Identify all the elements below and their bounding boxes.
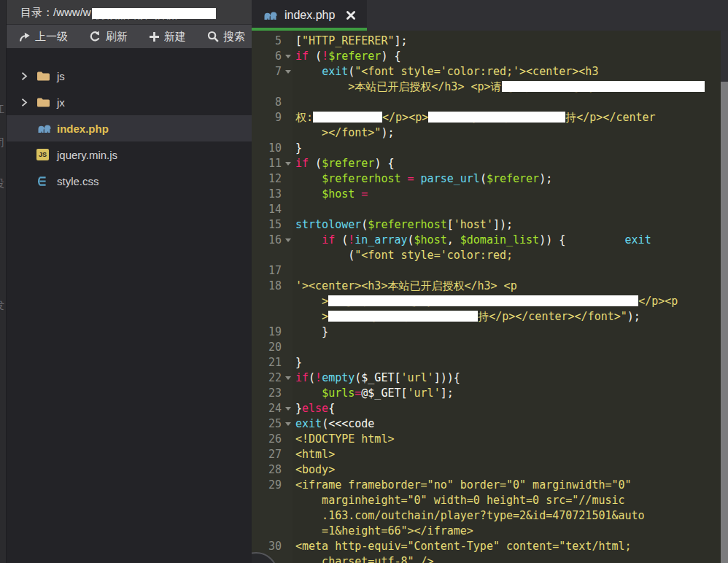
fold-triangle: [285, 162, 291, 166]
line-number: 30: [268, 539, 282, 554]
tree-item-jquery.min.js[interactable]: JSjquery.min.js: [6, 141, 252, 168]
code-row[interactable]: 25exit(<<<code: [252, 416, 728, 432]
code-segment: 持</p></center: [565, 111, 655, 124]
code-segment: 'url': [408, 387, 441, 400]
code-editor[interactable]: 5["HTTP_REFERER"];6if (!$referer) {7 exi…: [252, 31, 728, 563]
code-segment: }: [295, 356, 302, 369]
code-row[interactable]: marginheight="0" width=0 height=0 src="/…: [252, 493, 728, 508]
code-row[interactable]: 27<html>: [252, 447, 728, 462]
code-segment: <!DOCTYPE html>: [295, 432, 394, 446]
tab-index-php[interactable]: index.php: [252, 0, 367, 31]
fold-spacer: [282, 309, 293, 325]
code-line: <iframe frameborder="no" border="0" marg…: [293, 478, 632, 493]
code-row[interactable]: 5["HTTP_REFERER"];: [252, 34, 728, 49]
code-row[interactable]: 30<meta http-equiv="Content-Type" conten…: [252, 539, 728, 554]
fold-triangle: [285, 422, 291, 426]
php-icon: [36, 123, 57, 133]
code-row[interactable]: 16 if (!in_array($host, $domain_list)) {…: [252, 233, 728, 248]
code-row[interactable]: charset=utf-8" />: [252, 554, 728, 563]
directory-title-bar: 目录：/www/wwwwroot/dj.njky: [6, 0, 252, 24]
file-toolbar: 上一级刷新新建搜索: [6, 24, 252, 48]
code-row[interactable]: =1&height=66"></iframe>: [252, 524, 728, 539]
file-label: js: [57, 70, 65, 82]
code-row[interactable]: 9权:1077543927</p><p>紫薇科技授权不支持</p></cente…: [252, 110, 728, 125]
code-row[interactable]: 26<!DOCTYPE html>: [252, 432, 728, 447]
file-label: jquery.min.js: [57, 149, 117, 161]
code-segment: (: [309, 50, 322, 63]
redacted-text: 紫薇科技授权不支: [328, 310, 416, 323]
code-row[interactable]: 12 $refererhost = parse_url($referer);: [252, 171, 728, 187]
fold-arrow-icon[interactable]: [282, 370, 293, 386]
fold-triangle: [285, 376, 291, 380]
line-number: 6: [275, 49, 282, 64]
close-icon[interactable]: [346, 10, 356, 20]
code-line: }: [293, 141, 302, 156]
code-row[interactable]: 19 }: [252, 325, 728, 340]
code-row[interactable]: ("<font style='color:red;: [252, 248, 728, 263]
line-number: 5: [275, 34, 282, 49]
tree-item-style.css[interactable]: style.css: [6, 168, 252, 194]
code-row[interactable]: 14: [252, 202, 728, 217]
line-number: 22: [268, 370, 282, 386]
tree-item-index.php[interactable]: index.php: [6, 115, 252, 141]
fold-arrow-icon[interactable]: [282, 233, 293, 248]
fold-arrow-icon[interactable]: [282, 416, 293, 432]
tree-item-jx[interactable]: jx: [6, 89, 252, 115]
code-row[interactable]: 21}: [252, 355, 728, 370]
gutter: 9: [252, 110, 293, 125]
line-number: 23: [268, 386, 282, 401]
redaction-block: 紫薇科技授权不支: [328, 309, 478, 325]
code-row[interactable]: 28<body>: [252, 462, 728, 478]
code-row[interactable]: 7 exit("<font style='color:red;'><center…: [252, 64, 728, 79]
code-row[interactable]: 18'><center><h3>本站已开启授权</h3> <p: [252, 279, 728, 294]
scrollbar-thumb[interactable]: [721, 82, 728, 563]
folder-icon: [36, 71, 57, 82]
toolbar-button-up-level[interactable]: 上一级: [19, 30, 68, 44]
code-row[interactable]: 22if(!empty($_GET['url'])){: [252, 370, 728, 386]
code-row[interactable]: 6if (!$referer) {: [252, 49, 728, 64]
code-segment: (: [361, 218, 368, 231]
tree-item-js[interactable]: js: [6, 63, 252, 89]
line-number: 26: [268, 432, 282, 447]
code-row[interactable]: >本站已开启授权</h3> <p>请进群联系群主进行授: [252, 79, 728, 95]
code-row[interactable]: .163.com/outchain/player?type=2&id=47072…: [252, 508, 728, 524]
code-row[interactable]: 17: [252, 263, 728, 279]
vertical-scrollbar[interactable]: [721, 31, 728, 563]
code-line: exit(<<<code: [293, 416, 374, 432]
file-label: index.php: [57, 123, 109, 135]
code-row[interactable]: 20: [252, 340, 728, 355]
code-segment: $domain_list: [460, 233, 539, 246]
code-segment: [: [295, 34, 302, 47]
code-line: <html>: [293, 447, 335, 462]
code-row[interactable]: 11if ($referer) {: [252, 156, 728, 171]
code-segment: [: [447, 218, 454, 231]
toolbar-button-refresh[interactable]: 刷新: [89, 30, 128, 44]
code-row[interactable]: ></font>");: [252, 125, 728, 141]
fold-arrow-icon[interactable]: [282, 49, 293, 64]
code-row[interactable]: 23 $urls=@$_GET['url'];: [252, 386, 728, 401]
code-row[interactable]: 29<iframe frameborder="no" border="0" ma…: [252, 478, 728, 493]
code-segment: =: [361, 187, 368, 201]
code-row[interactable]: 8: [252, 95, 728, 110]
code-row[interactable]: 15strtolower($refererhost['host']);: [252, 217, 728, 233]
code-line: if (!$referer) {: [293, 49, 401, 64]
fold-arrow-icon[interactable]: [282, 64, 293, 79]
toolbar-button-new[interactable]: 新建: [149, 30, 186, 44]
line-number: 8: [275, 95, 282, 110]
code-segment: [401, 172, 408, 185]
toolbar-button-search[interactable]: 搜索: [207, 30, 245, 44]
fold-arrow-icon[interactable]: [282, 401, 293, 416]
code-segment: 'host': [454, 218, 493, 231]
code-row[interactable]: >紫薇科技授权不支持</p></center></font>");: [252, 309, 728, 325]
code-segment: (: [295, 249, 355, 262]
line-number: 17: [268, 263, 282, 279]
code-row[interactable]: >请进群联系群主进行授权:1077543927</p><p: [252, 294, 728, 309]
code-segment: [295, 172, 322, 185]
fold-arrow-icon[interactable]: [282, 156, 293, 171]
code-segment: $urls: [322, 387, 355, 400]
code-row[interactable]: 13 $host =: [252, 187, 728, 202]
code-row[interactable]: 10}: [252, 141, 728, 156]
code-row[interactable]: 24}else{: [252, 401, 728, 416]
code-segment: if: [295, 371, 309, 384]
chevron-right-icon: [20, 98, 36, 107]
